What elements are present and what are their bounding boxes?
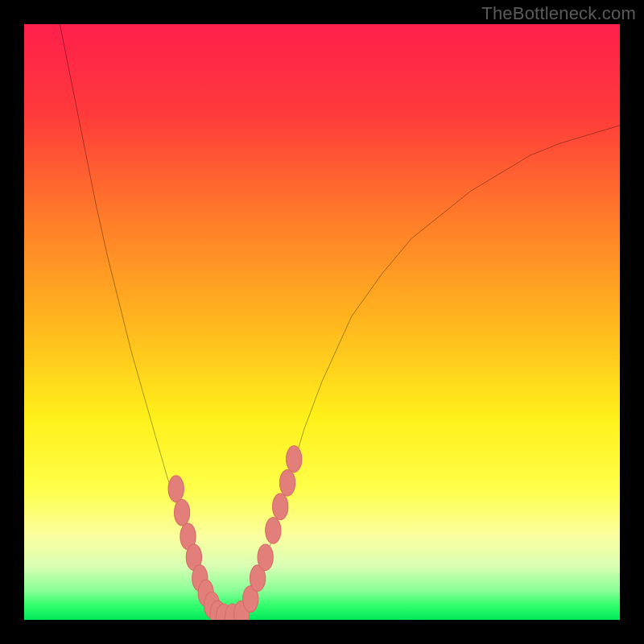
marker-point xyxy=(273,493,288,520)
watermark-text: TheBottleneck.com xyxy=(481,3,636,24)
chart-frame: TheBottleneck.com xyxy=(0,0,644,644)
marker-point xyxy=(168,476,184,502)
chart-svg xyxy=(24,24,620,620)
marker-point xyxy=(279,470,295,497)
gradient-background xyxy=(24,24,620,620)
marker-point xyxy=(258,544,273,571)
marker-point xyxy=(266,518,281,544)
marker-point xyxy=(287,446,302,473)
marker-point xyxy=(174,500,189,526)
plot-area xyxy=(24,24,620,620)
